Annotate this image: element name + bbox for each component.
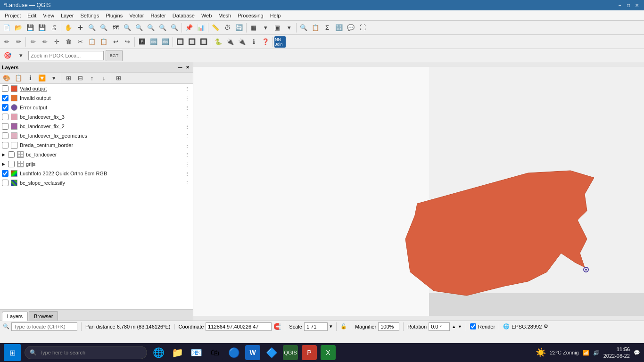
rotation-input[interactable] [429,322,450,331]
rotation-down[interactable]: ▼ [458,324,462,329]
layer-item-breda[interactable]: Breda_centrum_border ⋮ [0,140,193,150]
zoom-native-button[interactable]: 🔍 [145,22,157,33]
render-checkbox[interactable] [470,323,476,329]
attributes-table[interactable]: 📋 [310,22,321,33]
taskbar-icon-word[interactable]: W [245,345,260,360]
layer-check-valid-output[interactable] [2,85,8,92]
layer-check-fix3[interactable] [2,114,8,120]
edit-button[interactable]: ✏ [13,36,24,48]
delete-button[interactable]: 🗑 [63,36,74,48]
locate-input[interactable] [28,51,104,60]
map-area[interactable] [193,62,644,321]
taskbar-icon-qgis[interactable]: QGIS [283,345,298,360]
epsg-settings[interactable]: ⚙ [544,323,548,329]
zoom-last-button[interactable]: 🔍 [157,22,168,33]
maximize-button[interactable]: □ [625,2,632,8]
layer-check-fix-geom[interactable] [2,132,8,139]
digitize-button[interactable]: ✏ [1,36,12,48]
tab-browser[interactable]: Browser [29,311,58,321]
layer-item-fix3[interactable]: bc_landcover_fix_3 ⋮ [0,112,193,122]
paste-button[interactable]: 📋 [98,36,109,48]
node-edit-button[interactable]: ✏ [39,36,50,48]
zoom-selection-button[interactable]: 🔍 [133,22,145,33]
expand-all[interactable]: ⊞ [113,73,124,84]
remove-layer[interactable]: ⊟ [74,73,86,84]
zoom-next-button[interactable]: 🔍 [169,22,180,33]
layer-item-slope[interactable]: bc_slope_reclassify ⋮ [0,178,193,188]
pan-map-button[interactable]: ✚ [74,22,86,33]
snap2-button[interactable]: 🔲 [186,36,198,48]
layer-check-luchtfoto[interactable] [2,170,8,177]
layer-options-luchtfoto[interactable]: ⋮ [183,170,191,177]
menu-view[interactable]: View [40,12,57,19]
plugin3-button[interactable]: 🔌 [236,36,248,48]
redo-button[interactable]: ↪ [122,36,133,48]
menu-plugins[interactable]: Plugins [103,12,125,19]
coordinate-input[interactable] [206,322,272,331]
label3-button[interactable]: 🔤 [160,36,171,48]
open-layer-style[interactable]: 🎨 [1,73,12,84]
scale-dropdown[interactable]: ▾ [330,323,332,329]
layer-options-fix3[interactable]: ⋮ [183,113,191,121]
measure-area-button[interactable]: ⏱ [222,22,233,33]
close-button[interactable]: ✕ [634,2,640,8]
refresh-button[interactable]: 🔄 [233,22,245,33]
locate-status-input[interactable] [11,322,77,331]
taskbar-icon-store[interactable]: 🛍 [207,345,223,360]
deselect-button[interactable]: ▣ [272,22,283,33]
layer-item-error-output[interactable]: Error output ⋮ [0,103,193,112]
plugin5-button[interactable]: ❓ [260,36,271,48]
bgt-button[interactable]: BGT [106,50,123,61]
label-button[interactable]: 🅰 [136,36,148,48]
move-down[interactable]: ↓ [98,73,109,84]
locate-dropdown[interactable]: ▾ [15,50,26,61]
taskbar-icon-mail[interactable]: 📧 [189,345,204,360]
menu-processing[interactable]: Processing [235,12,266,19]
taskbar-icon-ppt[interactable]: P [302,345,317,360]
menu-vector[interactable]: Vector [126,12,147,19]
layer-options-valid[interactable]: ⋮ [183,85,191,92]
zoom-extent-button[interactable]: 🗺 [110,22,121,33]
plugin2-button[interactable]: 🔌 [224,36,236,48]
layer-item-valid-output[interactable]: Valid output ⋮ [0,84,193,93]
layers-minimize-button[interactable]: — [177,64,183,71]
taskbar-icon-edge[interactable]: 🌐 [151,345,166,360]
taskbar-search[interactable]: 🔍 Type here to search [25,346,147,359]
map-tips-button[interactable]: 💬 [345,22,356,33]
nn-button[interactable]: NN Join [274,36,286,48]
new-spatial-bookmark[interactable]: 📌 [183,22,195,33]
filter-dropdown[interactable]: ▾ [48,73,59,84]
menu-layer[interactable]: Layer [58,12,77,19]
open-button[interactable]: 📂 [13,22,24,33]
layer-check-error-output[interactable] [2,104,8,111]
layer-options-invalid[interactable]: ⋮ [183,94,191,102]
rotation-up[interactable]: ▲ [452,324,456,329]
save-button[interactable]: 💾 [25,22,36,33]
layer-item-bc-landcover[interactable]: ▶ bc_landcover ⋮ [0,150,193,159]
layer-options-breda[interactable]: ⋮ [183,141,191,149]
layer-check-invalid-output[interactable] [2,95,8,101]
add-to-map-canvas[interactable]: ⊞ [63,73,74,84]
lock-icon[interactable]: 🔓 [340,323,347,329]
full-screen-button[interactable]: ⛶ [357,22,368,33]
snap3-button[interactable]: 🔲 [198,36,209,48]
layer-options-grijs[interactable]: ⋮ [183,160,191,168]
taskbar-icon-excel[interactable]: X [321,345,336,360]
zoom-in-button[interactable]: 🔍 [86,22,98,33]
layer-item-luchtfoto[interactable]: Luchtfoto 2022 Quick Ortho 8cm RGB ⋮ [0,169,193,178]
expand-grijs[interactable]: ▶ [2,162,5,166]
scale-input[interactable] [304,322,328,331]
cut-button[interactable]: ✂ [74,36,86,48]
filter-layer[interactable]: 🔽 [36,73,48,84]
layer-options-fix-geom[interactable]: ⋮ [183,132,191,140]
layer-check-grijs[interactable] [8,161,15,167]
pan-button[interactable]: ✋ [63,22,74,33]
layer-check-breda[interactable] [2,142,8,148]
zoom-layer-button[interactable]: 🔍 [122,22,133,33]
menu-raster[interactable]: Raster [148,12,168,19]
menu-edit[interactable]: Edit [25,12,39,19]
menu-help[interactable]: Help [267,12,284,19]
magnifier-input[interactable] [378,322,399,331]
layer-options-fix2[interactable]: ⋮ [183,123,191,130]
menu-web[interactable]: Web [198,12,215,19]
